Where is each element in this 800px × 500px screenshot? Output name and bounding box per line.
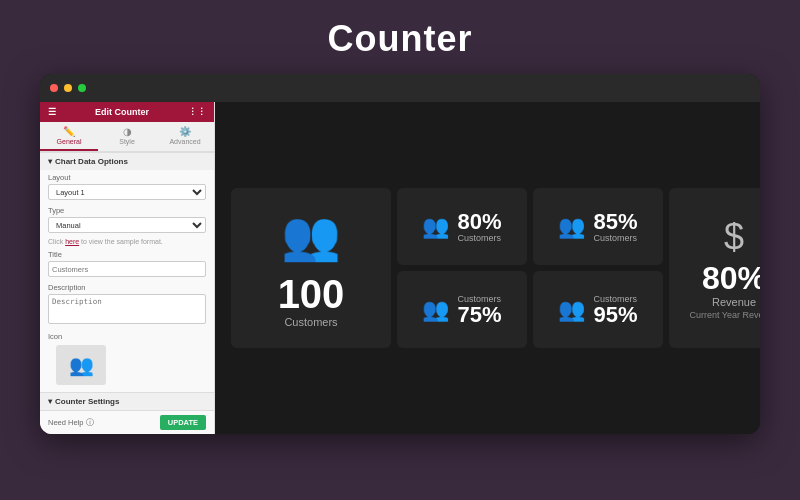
large-tile-number: 100: [278, 274, 345, 314]
hint-text2: to view the sample format.: [79, 238, 163, 245]
sidebar-header: ☰ Edit Counter ⋮⋮: [40, 102, 214, 122]
counter-tile-75pct: 👥 Customers 75%: [397, 271, 527, 348]
sidebar-title: Edit Counter: [95, 107, 149, 117]
sidebar-footer: Need Help ⓘ UPDATE: [40, 410, 214, 434]
tab-general-label: General: [57, 138, 82, 145]
tile-num-95: 95%: [593, 304, 637, 326]
chart-options-label: Chart Data Options: [55, 157, 128, 166]
revenue-label: Revenue: [712, 296, 756, 308]
title-input[interactable]: [48, 261, 206, 277]
tile-num-85: 85%: [593, 211, 637, 233]
tile-lbl-80: Customers: [457, 233, 501, 243]
advanced-icon: ⚙️: [179, 126, 191, 137]
sidebar: ☰ Edit Counter ⋮⋮ ✏️ General ◑ Style ⚙️ …: [40, 102, 215, 434]
edit-icon: ✏️: [63, 126, 75, 137]
icon-preview-image: 👥: [69, 353, 94, 377]
collapse-icon-2: ▾: [48, 397, 52, 406]
browser-body: ☰ Edit Counter ⋮⋮ ✏️ General ◑ Style ⚙️ …: [40, 102, 760, 434]
tile-row-80: 👥 80% Customers: [422, 211, 501, 243]
type-select[interactable]: Manual: [48, 217, 206, 233]
counter-tile-large: 👥 100 Customers: [231, 188, 391, 348]
tile-row-95: 👥 Customers 95%: [558, 294, 637, 326]
layout-label: Layout: [48, 173, 206, 182]
counter-tile-85pct: 👥 85% Customers: [533, 188, 663, 265]
tab-advanced[interactable]: ⚙️ Advanced: [156, 122, 214, 151]
hint-text: Click: [48, 238, 65, 245]
tile-icon-85: 👥: [558, 214, 585, 240]
large-tile-label: Customers: [284, 316, 337, 328]
hint-link[interactable]: here: [65, 238, 79, 245]
page-title: Counter: [328, 18, 473, 60]
tile-lbl-85: Customers: [593, 233, 637, 243]
counter-grid: 👥 100 Customers 👥 80% Customers: [231, 188, 760, 348]
browser-window: ☰ Edit Counter ⋮⋮ ✏️ General ◑ Style ⚙️ …: [40, 74, 760, 434]
revenue-number: 80%: [702, 262, 760, 294]
counter-tile-80pct: 👥 80% Customers: [397, 188, 527, 265]
sample-hint: Click here to view the sample format.: [40, 236, 214, 247]
help-text: Need Help ⓘ: [48, 418, 94, 428]
layout-field: Layout Layout 1: [40, 170, 214, 203]
update-button[interactable]: UPDATE: [160, 415, 206, 430]
preview-area: 👥 100 Customers 👥 80% Customers: [215, 102, 760, 434]
type-field: Type Manual: [40, 203, 214, 236]
sidebar-tabs: ✏️ General ◑ Style ⚙️ Advanced: [40, 122, 214, 152]
counter-settings-section[interactable]: ▾ Counter Settings: [40, 392, 214, 410]
icon-preview: 👥: [56, 345, 106, 385]
tile-info-95: Customers 95%: [593, 294, 637, 326]
collapse-icon: ▾: [48, 157, 52, 166]
tile-num-80: 80%: [457, 211, 501, 233]
counter-tile-95pct: 👥 Customers 95%: [533, 271, 663, 348]
tile-icon-75: 👥: [422, 297, 449, 323]
layout-select[interactable]: Layout 1: [48, 184, 206, 200]
icon-field: Icon 👥: [40, 329, 214, 392]
type-label: Type: [48, 206, 206, 215]
title-label: Title: [48, 250, 206, 259]
icon-label: Icon: [48, 332, 206, 341]
grid-icon[interactable]: ⋮⋮: [188, 107, 206, 117]
desc-field: Description: [40, 280, 214, 329]
style-icon: ◑: [123, 126, 132, 137]
tile-icon-80: 👥: [422, 214, 449, 240]
hamburger-icon[interactable]: ☰: [48, 107, 56, 117]
counter-settings-label: Counter Settings: [55, 397, 119, 406]
tile-num-75: 75%: [457, 304, 501, 326]
tile-icon-95: 👥: [558, 297, 585, 323]
window-dot-red: [50, 84, 58, 92]
chart-options-section[interactable]: ▾ Chart Data Options: [40, 152, 214, 170]
large-tile-icon: 👥: [281, 208, 341, 264]
tile-info-75: Customers 75%: [457, 294, 501, 326]
desc-textarea[interactable]: [48, 294, 206, 324]
tile-info-80: 80% Customers: [457, 211, 501, 243]
help-icon: ⓘ: [86, 418, 94, 428]
title-field: Title: [40, 247, 214, 280]
browser-topbar: [40, 74, 760, 102]
tab-general[interactable]: ✏️ General: [40, 122, 98, 151]
desc-label: Description: [48, 283, 206, 292]
window-dot-green: [78, 84, 86, 92]
counter-tile-revenue: $ 80% Revenue Current Year Revenue: [669, 188, 760, 348]
tile-row-85: 👥 85% Customers: [558, 211, 637, 243]
dollar-icon: $: [724, 216, 744, 258]
revenue-sublabel: Current Year Revenue: [689, 310, 760, 320]
need-help-label: Need Help: [48, 418, 83, 427]
tile-row-75: 👥 Customers 75%: [422, 294, 501, 326]
sidebar-header-icons: ☰: [48, 107, 56, 117]
tab-advanced-label: Advanced: [169, 138, 200, 145]
window-dot-yellow: [64, 84, 72, 92]
tile-info-85: 85% Customers: [593, 211, 637, 243]
tab-style[interactable]: ◑ Style: [98, 122, 156, 151]
tab-style-label: Style: [119, 138, 135, 145]
